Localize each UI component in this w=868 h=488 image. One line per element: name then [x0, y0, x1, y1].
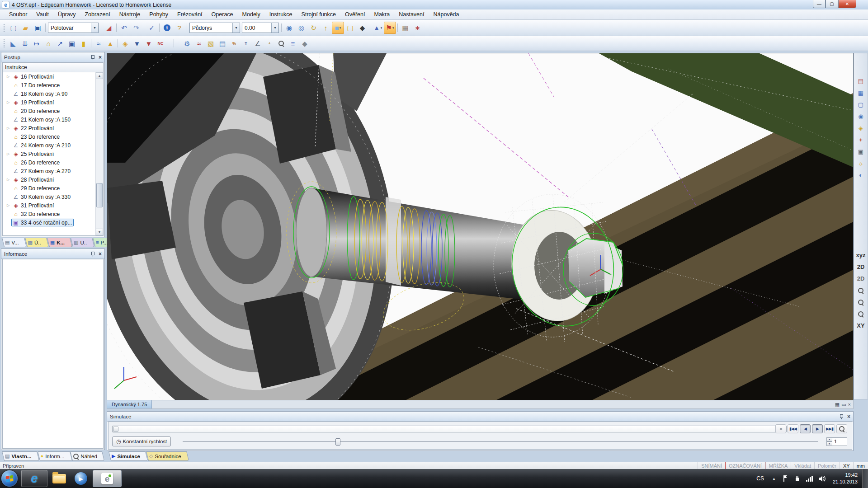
utilities-icon[interactable]: + [264, 38, 275, 49]
open-folder-icon[interactable]: ▰ [19, 22, 32, 34]
power-icon[interactable] [791, 475, 803, 482]
tree-expander-icon[interactable]: ▷ [5, 178, 11, 182]
coordinate-axes-icon[interactable]: ∗ [411, 22, 424, 34]
report-icon[interactable]: ≡ [287, 38, 299, 49]
helix-move-icon[interactable]: ≈ [93, 38, 104, 49]
xyz-axes-icon[interactable]: xyz [854, 249, 867, 261]
tree-item[interactable]: ⌂ 29 Do reference [3, 184, 96, 192]
update-stock-icon[interactable]: ◈ [119, 38, 131, 49]
toolstore-icon[interactable]: T [240, 38, 252, 49]
view-mode-tab[interactable]: Dynamický 1.75 [107, 400, 152, 408]
find-feature-icon[interactable] [275, 38, 287, 49]
wireframe-view-icon[interactable]: ◆ [356, 22, 368, 34]
status-toggle[interactable]: XY [840, 462, 853, 469]
taskbar-edgecam-active[interactable]: e [93, 470, 122, 487]
tree-expander-icon[interactable]: ▷ [5, 75, 11, 79]
clock[interactable]: 19:42 21.10.2013 [829, 472, 862, 485]
zoom-dynamic-icon[interactable]: ◉ [283, 22, 295, 34]
menu-item[interactable]: Strojní funkce [297, 9, 340, 19]
viewport-close-icon[interactable]: × [848, 402, 851, 407]
tab-nahled[interactable]: Náhled [70, 451, 102, 461]
tree-item[interactable]: ▣ 33 4-osé rotační op... [3, 218, 96, 227]
measure-icon[interactable]: ∠ [252, 38, 264, 49]
tree-expander-icon[interactable]: ▷ [5, 152, 11, 156]
minimize-button[interactable]: — [813, 0, 826, 8]
menu-item[interactable]: Pohyby [145, 9, 173, 19]
tree-item[interactable]: ▷ ◈ 31 Profilování [3, 201, 96, 210]
toolbar-grip[interactable] [3, 39, 5, 48]
show-desktop-button[interactable] [862, 469, 868, 488]
undo-icon[interactable]: ↶ [118, 22, 130, 34]
simulation-progress-thumb[interactable] [113, 427, 118, 432]
options-icon[interactable]: ◆ [299, 38, 311, 49]
status-toggle[interactable]: mm [853, 462, 868, 469]
scroll-up-icon[interactable]: ▲ [96, 72, 103, 79]
simulator-icon[interactable]: ▤ [217, 38, 228, 49]
cone-tool-icon[interactable]: ▲ [104, 38, 116, 49]
menu-item[interactable]: Ověření [340, 9, 369, 19]
view-capture-icon[interactable]: ▣ [854, 146, 867, 157]
new-document-icon[interactable]: ▢ [7, 22, 19, 34]
redo-icon[interactable]: ↷ [130, 22, 142, 34]
dropdown-arrow-icon[interactable]: ▾ [91, 23, 98, 33]
tree-expander-icon[interactable]: ▷ [5, 203, 11, 207]
view-axes-icon[interactable]: + [854, 134, 867, 145]
menu-item[interactable]: Soubor [5, 9, 32, 19]
zoom-in-icon[interactable] [854, 285, 867, 296]
view-layout-icon[interactable]: ▤ [854, 75, 867, 87]
pin-icon[interactable] [839, 414, 844, 419]
menu-item[interactable]: Nastavení [394, 9, 429, 19]
tree-item[interactable]: ∠ 30 Kolem osy :A 330 [3, 192, 96, 201]
polotovar-dropdown[interactable]: Polotovar▾ [48, 23, 99, 33]
tree-scrollbar[interactable]: ▲ ▼ [95, 72, 103, 235]
drill-cycle-icon[interactable]: ▼ [131, 38, 143, 49]
menu-item[interactable]: Modely [238, 9, 265, 19]
save-icon[interactable]: ▣ [32, 22, 44, 34]
view-cube-icon[interactable]: ◈ [854, 122, 867, 134]
tree-item[interactable]: ∠ 18 Kolem osy :A 90 [3, 89, 96, 98]
status-toggle[interactable]: Vkládat [791, 462, 814, 469]
toolbar-grip[interactable] [3, 23, 5, 33]
tree-expander-icon[interactable]: ▷ [5, 100, 11, 104]
toolpath-icon[interactable]: ≈ [193, 38, 205, 49]
action-center-icon[interactable] [779, 475, 791, 482]
menu-item[interactable]: Makra [369, 9, 394, 19]
zoom-window-icon[interactable] [854, 308, 867, 319]
view-2d-alt-icon[interactable]: 2D [854, 273, 867, 284]
verify-icon[interactable]: ▧ [205, 38, 217, 49]
tab-souradnice[interactable]: ◇ Souřadnice [146, 451, 187, 461]
insert-instruction-icon[interactable]: ⇊ [19, 38, 31, 49]
dropdown-arrow-icon[interactable]: ▾ [232, 23, 240, 33]
view-plane-dropdown[interactable]: Půdorys▾ [189, 23, 240, 33]
zoom-extents-icon[interactable]: ↑ [320, 22, 332, 34]
tree-item[interactable]: ⌂ 23 Do reference [3, 132, 96, 141]
viewport-split-icon[interactable]: ▦ [835, 402, 840, 407]
view-2d-icon[interactable]: 2D [854, 261, 867, 272]
tab-informace[interactable]: ● Inform... [38, 451, 70, 461]
context-help-icon[interactable]: ? [173, 22, 185, 34]
zoom-out-icon[interactable] [854, 296, 867, 308]
speed-slider-handle[interactable] [335, 438, 340, 446]
corner-select-icon[interactable]: ◣ [7, 38, 19, 49]
goto-reference-icon[interactable]: ↗ [54, 38, 66, 49]
tree-item[interactable]: ▷ ◈ 16 Profilování [3, 72, 96, 81]
flag-icon[interactable]: ⚑▾ [384, 22, 396, 34]
spinner-down-icon[interactable]: ▼ [826, 441, 832, 446]
sim-skip-end-button[interactable]: ▶▶▮ [824, 424, 835, 433]
sim-stop-button[interactable]: ■ [775, 424, 786, 433]
network-icon[interactable] [803, 476, 816, 482]
tree-item[interactable]: ⌂ 26 Do reference [3, 158, 96, 167]
tab-simulace[interactable]: ▶ Simulace [108, 451, 146, 461]
panel-tab-kontrola[interactable]: ▦ K... [47, 238, 70, 247]
confirm-check-icon[interactable]: ✓ [146, 22, 158, 34]
tree-item[interactable]: ⌂ 32 Do reference [3, 210, 96, 218]
eraser-icon[interactable]: ◢ [103, 22, 115, 34]
panel-tab-udalosti[interactable]: ▥ U.. [71, 238, 92, 247]
language-indicator[interactable]: CS [752, 475, 769, 482]
constant-speed-button[interactable]: ◷ Konstantní rychlost [112, 436, 171, 446]
spinner-up-icon[interactable]: ▲ [826, 437, 832, 442]
panel-tab-vrstvy[interactable]: ▤ V... [2, 238, 24, 247]
close-button[interactable]: ✕ [838, 0, 856, 8]
tool-display-icon[interactable]: ▲▾ [372, 22, 384, 34]
goto-home-icon[interactable]: ⌂ [42, 38, 54, 49]
